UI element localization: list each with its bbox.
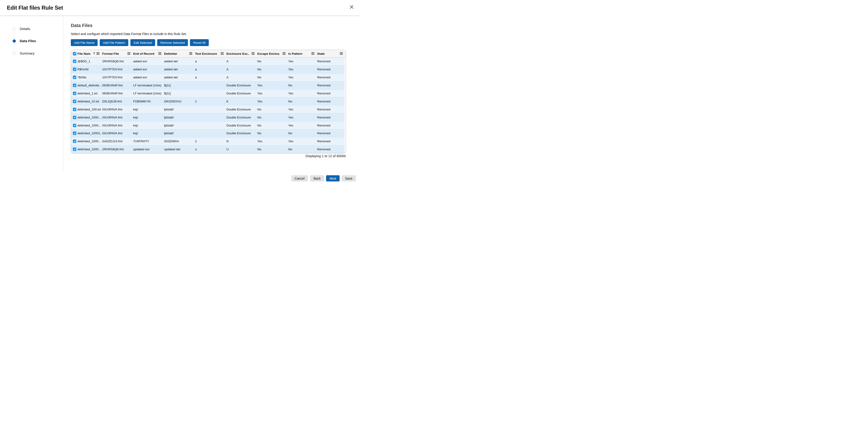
cell-format-file: 0E9EHN4F.fmt	[102, 92, 133, 95]
cell-delimiter: $[11]	[164, 84, 195, 87]
row-checkbox[interactable]	[73, 75, 76, 79]
column-menu-icon[interactable]	[340, 52, 343, 56]
cell-delimiter: ljdslakf	[164, 131, 195, 135]
row-checkbox[interactable]	[73, 131, 76, 135]
row-checkbox[interactable]	[73, 148, 76, 151]
table-row[interactable]: delimited_1000...2RHRS8Q6.fmtupdated eor…	[71, 146, 345, 153]
cell-file-name: delimited_10.txt	[78, 100, 102, 103]
column-menu-icon[interactable]	[221, 52, 224, 56]
table-toolbar: Add File Name Add File Pattern Edit Sele…	[71, 39, 209, 46]
table-row[interactable]: R$%#fd10V7P7DV.fmtadded eoradded delaANo…	[71, 66, 345, 73]
next-button[interactable]: Next	[326, 175, 340, 182]
column-menu-icon[interactable]	[189, 52, 192, 56]
cell-format-file: 03U3PAVA.fmt	[102, 131, 133, 135]
column-header-end-of-record[interactable]: End of Record	[133, 50, 164, 57]
table-row[interactable]: delimited_100.txt03U3PAVA.fmtkejrljdslak…	[71, 105, 345, 114]
row-select-cell	[71, 100, 78, 103]
cell-escape-enclosure: Yes	[257, 84, 288, 87]
row-checkbox[interactable]	[73, 116, 76, 119]
cell-state: Removed	[317, 116, 345, 119]
cell-file-name: delimited_1000...	[78, 139, 102, 143]
column-header-enclosure-escape[interactable]: Enclosure Esc...	[226, 50, 257, 57]
cell-file-name: R$%#fd	[78, 68, 102, 71]
table-row[interactable]: delimited_1.txt0E9EHN4F.fmtLF terminated…	[71, 90, 345, 98]
column-header-file-name[interactable]: File Nam...	[78, 50, 102, 57]
save-button[interactable]: Save	[342, 175, 356, 182]
row-select-cell	[71, 68, 78, 71]
add-file-name-button[interactable]: Add File Name	[71, 39, 98, 46]
reset-all-button[interactable]: Reset All	[190, 39, 209, 46]
row-checkbox[interactable]	[73, 124, 76, 127]
row-checkbox[interactable]	[73, 60, 76, 63]
dialog-title: Edit Flat files Rule Set	[7, 5, 63, 11]
cell-delimiter: ljdslakf	[164, 124, 195, 127]
step-details[interactable]: Details	[12, 27, 30, 31]
cell-is-pattern: No	[288, 100, 317, 103]
table-row[interactable]: ^$#fds10V7P7DV.fmtadded eoradded delaANo…	[71, 73, 345, 82]
cell-delimiter: added del	[164, 68, 195, 71]
step-data-files[interactable]: Data Files	[12, 39, 36, 43]
cell-format-file: D5LIQDJ8.fmt	[102, 100, 133, 103]
cell-end-of-record: LF terminated (Unix)	[133, 92, 164, 95]
column-menu-icon[interactable]	[311, 52, 314, 56]
cell-enclosure-escape: N	[226, 139, 257, 143]
column-header-delimiter[interactable]: Delimiter	[164, 50, 195, 57]
cell-end-of-record: kejr	[133, 131, 164, 135]
cell-is-pattern: Yes	[288, 75, 317, 79]
cell-is-pattern: Yes	[288, 108, 317, 111]
cell-end-of-record: LF terminated (Unix)	[133, 84, 164, 87]
cell-escape-enclosure: No	[257, 75, 288, 79]
column-menu-icon[interactable]	[96, 52, 99, 56]
cell-format-file: 5ADZDJ15.fmt	[102, 139, 133, 143]
column-menu-icon[interactable]	[282, 52, 285, 56]
cell-state: Removed	[317, 92, 345, 95]
column-header-text-enclosure[interactable]: Text Enclosure	[195, 50, 226, 57]
column-header-is-pattern[interactable]: Is Pattern	[288, 50, 317, 57]
table-row[interactable]: delimited_1000....03U3PAVA.fmtkejrljdsla…	[71, 114, 345, 121]
cell-is-pattern: Yes	[288, 68, 317, 71]
cell-text-enclosure: 1	[195, 100, 226, 103]
row-checkbox[interactable]	[73, 84, 76, 87]
cell-end-of-record: FOBW6KYN	[133, 100, 164, 103]
column-menu-icon[interactable]	[127, 52, 130, 56]
edit-selected-button[interactable]: Edit Selected	[130, 39, 155, 46]
table-row[interactable]: @$DD_12RHRS8Q6.fmtadded eoradded delaANo…	[71, 58, 345, 66]
column-menu-icon[interactable]	[252, 52, 255, 56]
column-header-format-file[interactable]: Format File	[102, 50, 133, 57]
cell-enclosure-escape: Double Enclosure	[226, 116, 257, 119]
remove-selected-button[interactable]: Remove Selected	[157, 39, 188, 46]
cancel-button[interactable]: Cancel	[291, 175, 308, 182]
row-checkbox[interactable]	[73, 139, 76, 143]
table-row[interactable]: default_delimite...0E9EHN4F.fmtLF termin…	[71, 82, 345, 90]
back-button[interactable]: Back	[310, 175, 324, 182]
row-checkbox[interactable]	[73, 108, 76, 111]
cell-file-name: delimited_100.txt	[78, 108, 102, 111]
cell-state: Removed	[317, 84, 345, 87]
row-checkbox[interactable]	[73, 92, 76, 95]
cell-escape-enclosure: Yes	[257, 92, 288, 95]
select-all-checkbox[interactable]	[73, 52, 76, 56]
cell-end-of-record: kejr	[133, 116, 164, 119]
row-checkbox[interactable]	[73, 100, 76, 103]
cell-format-file: 03U3PAVA.fmt	[102, 108, 133, 111]
cell-end-of-record: updated eor	[133, 148, 164, 151]
column-menu-icon[interactable]	[158, 52, 161, 56]
table-row[interactable]: delimited_10001...03U3PAVA.fmtkejrljdsla…	[71, 129, 345, 137]
step-details-circle-icon	[12, 27, 16, 30]
cell-enclosure-escape: U	[226, 148, 257, 151]
cell-escape-enclosure: No	[257, 131, 288, 135]
table-row[interactable]: delimited_1000...5ADZDJ15.fmt7U5FRHTYS03…	[71, 137, 345, 146]
cell-state: Removed	[317, 100, 345, 103]
cell-escape-enclosure: No	[257, 108, 288, 111]
step-summary[interactable]: Summary	[12, 51, 34, 55]
table-row[interactable]: delimited_10.txtD5LIQDJ8.fmtFOBW6KYNOK0Z…	[71, 97, 345, 105]
table-row[interactable]: delimited_1000...03U3PAVA.fmtkejrljdslak…	[71, 121, 345, 129]
cell-format-file: 2RHRS8Q6.fmt	[102, 148, 133, 151]
add-file-pattern-button[interactable]: Add File Pattern	[100, 39, 128, 46]
cell-format-file: 10V7P7DV.fmt	[102, 68, 133, 71]
data-files-table: File Nam... Format File End of Record De…	[71, 50, 346, 153]
row-checkbox[interactable]	[73, 68, 76, 71]
column-header-escape-enclosure[interactable]: Escape Enclos...	[257, 50, 288, 57]
column-header-state[interactable]: State	[317, 50, 346, 57]
close-button[interactable]	[347, 3, 355, 11]
